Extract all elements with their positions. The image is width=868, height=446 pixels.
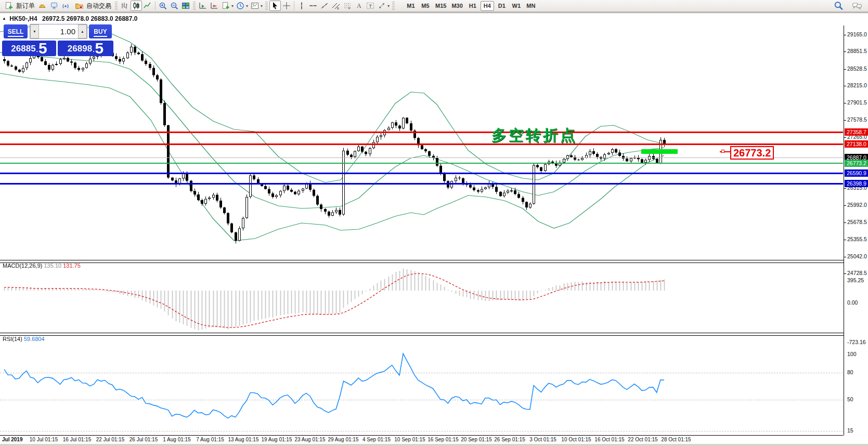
chat-icon[interactable]	[851, 1, 863, 11]
price-tick-label: 25678.5	[847, 219, 867, 225]
time-axis-label: 23 Aug 01:15	[295, 437, 326, 442]
horizontal-line-button[interactable]	[307, 1, 319, 11]
macd-main-value: 135.10	[44, 263, 61, 269]
timeframe-button-H1[interactable]: H1	[466, 1, 480, 11]
time-axis-label: 13 Aug 01:15	[228, 437, 259, 442]
svg-text:F: F	[348, 7, 351, 10]
trendline-button[interactable]	[319, 1, 330, 11]
time-axis[interactable]: Jul 201910 Jul 01:1516 Jul 01:1522 Jul 0…	[0, 436, 868, 444]
price-tick-mark	[844, 240, 846, 240]
indicators-dropdown-icon[interactable]: ▾	[230, 4, 235, 8]
timeframe-button-W1[interactable]: W1	[510, 1, 523, 11]
chart-plot-canvas[interactable]	[0, 13, 868, 446]
price-tag[interactable]: 26590.9	[845, 169, 868, 177]
arrow-styles-dropdown-icon[interactable]: ▾	[386, 4, 391, 8]
time-axis-label: 10 Jul 01:15	[30, 437, 58, 442]
vertical-line-button[interactable]	[296, 1, 307, 11]
toolbar-grip	[193, 2, 196, 10]
periods-button[interactable]	[235, 1, 246, 11]
sell-price-display[interactable]: 26885.5	[2, 41, 56, 56]
time-axis-label: 29 Aug 01:15	[328, 437, 359, 442]
volume-decrease-button[interactable]: ▼	[30, 24, 39, 38]
toolbar-separator	[155, 1, 156, 10]
time-axis-label: 7 Aug 01:15	[196, 437, 224, 442]
toolbar-grip	[265, 2, 268, 10]
equidistant-channel-button[interactable]: E	[330, 1, 342, 11]
toolbar-right-group	[833, 1, 863, 11]
bar-chart-button[interactable]	[119, 1, 131, 11]
crosshair-button[interactable]	[281, 1, 292, 11]
price-tick-mark	[844, 51, 846, 52]
chart-window: 多空转折点 26773.2 MACD(12,26,9) 135.10 131.7…	[0, 12, 868, 446]
auto-scroll-button[interactable]	[197, 1, 209, 11]
arrow-styles-button[interactable]	[376, 1, 387, 11]
sell-price-big-digit: 5	[38, 41, 47, 56]
timeframe-button-M30[interactable]: M30	[449, 1, 464, 11]
svg-text:E: E	[337, 7, 339, 10]
search-icon[interactable]	[833, 1, 844, 11]
price-tick-label: 28851.5	[847, 48, 867, 54]
price-tag[interactable]: 26773.2	[845, 160, 868, 167]
time-axis-label: 28 Oct 01:15	[661, 437, 691, 442]
price-tick-mark	[844, 222, 846, 223]
toolbar-separator	[294, 1, 294, 10]
time-axis-label: 16 Sep 01:15	[427, 437, 459, 442]
price-tick-mark	[844, 120, 846, 121]
templates-button[interactable]	[249, 1, 261, 11]
zoom-out-button[interactable]	[169, 1, 180, 11]
symbol-name: HK50-,H4	[9, 15, 37, 22]
macd-pane-separator[interactable]	[0, 260, 868, 263]
gold-bar-icon[interactable]	[37, 1, 48, 11]
price-tag[interactable]: 27138.0	[845, 140, 868, 148]
macd-label: MACD(12,26,9)	[3, 263, 42, 269]
svg-text:A: A	[357, 2, 361, 9]
templates-dropdown-icon[interactable]: ▾	[260, 4, 264, 8]
candlestick-chart-button[interactable]	[131, 1, 142, 11]
chart-shift-button[interactable]	[209, 1, 220, 11]
timeframe-button-MN[interactable]: MN	[524, 1, 538, 11]
signal-icon[interactable]	[60, 1, 71, 11]
zoom-in-button[interactable]	[157, 1, 169, 11]
new-order-button[interactable]: 新订单	[1, 1, 37, 11]
line-chart-button[interactable]	[142, 1, 153, 11]
timeframe-button-M5[interactable]: M5	[419, 1, 432, 11]
one-click-trading-panel: SELL ▼ 1.00 ▲ BUY 26885.5 26898.5	[2, 23, 113, 57]
macd-axis-label: 0.00	[847, 299, 858, 306]
time-axis-label: 22 Jul 01:15	[96, 437, 125, 442]
fibonacci-button[interactable]: F	[342, 1, 353, 11]
timeframe-button-M1[interactable]: M1	[404, 1, 418, 11]
rsi-indicator-label: RSI(14) 59.6804	[3, 336, 45, 342]
timeframe-button-D1[interactable]: D1	[495, 1, 509, 11]
rsi-value: 59.6804	[24, 336, 45, 342]
volume-increase-button[interactable]: ▲	[78, 24, 87, 38]
macd-axis-label: 395.25	[847, 277, 864, 283]
price-tag[interactable]: 27358.7	[845, 128, 868, 136]
buy-price-display[interactable]: 26898.5	[58, 41, 113, 56]
cursor-button[interactable]	[269, 1, 281, 11]
buy-price-main: 26898	[68, 42, 92, 56]
text-button[interactable]: A	[353, 1, 365, 11]
toolbar-grip	[392, 2, 395, 10]
auto-trading-icon	[73, 1, 85, 11]
periods-dropdown-icon[interactable]: ▾	[245, 4, 249, 8]
price-axis[interactable]: 29165.028851.528528.528215.027901.527578…	[844, 25, 868, 446]
sell-button[interactable]: SELL	[4, 24, 28, 38]
terminal-icon[interactable]	[48, 1, 60, 11]
tile-windows-button[interactable]	[180, 1, 191, 11]
collapse-arrow-icon[interactable]: ▲	[2, 16, 6, 21]
rsi-label: RSI(14)	[3, 336, 22, 342]
timeframe-button-M15[interactable]: M15	[433, 1, 448, 11]
auto-trading-button[interactable]: 自动交易	[71, 1, 113, 11]
price-tag[interactable]: 26398.9	[845, 180, 868, 187]
rsi-pane-separator[interactable]	[0, 333, 868, 336]
time-axis-label: Jul 2019	[2, 437, 22, 442]
volume-value[interactable]: 1.00	[39, 24, 78, 38]
timeframe-button-H4[interactable]: H4	[481, 1, 494, 11]
toolbar-grip	[115, 2, 118, 10]
buy-button[interactable]: BUY	[89, 24, 112, 38]
time-axis-label: 22 Oct 01:15	[628, 437, 657, 442]
time-axis-label: 19 Aug 01:15	[262, 437, 292, 442]
text-label-button[interactable]: T	[365, 1, 376, 11]
indicators-button[interactable]	[220, 1, 231, 11]
rsi-axis-label: 100	[847, 351, 857, 357]
